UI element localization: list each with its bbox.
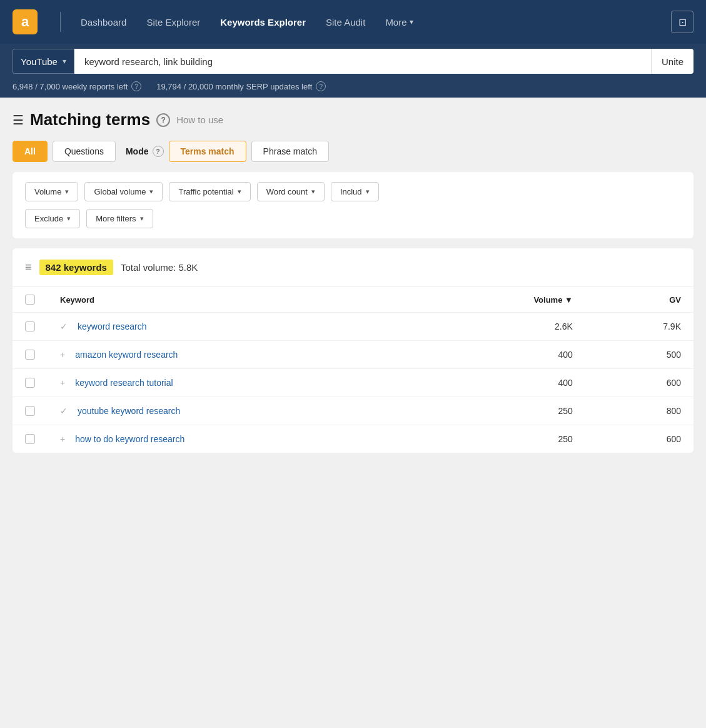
monthly-serp-text: 19,794 / 20,000 monthly SERP updates lef… [156,82,312,91]
tab-phrase-match[interactable]: Phrase match [251,141,329,162]
page-title-row: ☰ Matching terms ? How to use [13,110,693,129]
td-gv-2: 500 [585,341,693,369]
keyword-link-2[interactable]: amazon keyword research [75,350,178,360]
total-volume: Total volume: 5.8K [121,262,198,273]
table-row: ✓ youtube keyword research 250 800 [13,397,693,425]
td-gv-3: 600 [585,369,693,397]
page-help-icon[interactable]: ? [156,113,170,127]
tab-all[interactable]: All [13,141,48,162]
tab-questions[interactable]: Questions [53,141,116,162]
filter-include[interactable]: Includ [331,182,379,201]
keywords-table: Keyword Volume ▼ GV [13,287,693,453]
td-volume-2: 400 [424,341,585,369]
nav-link-more[interactable]: More [375,12,423,33]
td-keyword-3: + keyword research tutorial [48,369,424,397]
results-header: ≡ 842 keywords Total volume: 5.8K [13,248,693,287]
country-label: Unite [662,56,683,67]
row-checkbox-1[interactable] [25,321,35,331]
weekly-help-icon[interactable]: ? [131,81,141,91]
td-checkbox-5 [13,425,48,453]
row-checkbox-5[interactable] [25,434,35,444]
row-checkbox-2[interactable] [25,350,35,360]
td-checkbox-3 [13,369,48,397]
td-checkbox-1 [13,313,48,341]
table-header-row: Keyword Volume ▼ GV [13,287,693,313]
keyword-link-4[interactable]: youtube keyword research [78,406,180,416]
td-keyword-5: + how to do keyword research [48,425,424,453]
select-all-checkbox[interactable] [25,295,35,305]
keyword-link-5[interactable]: how to do keyword research [75,434,184,444]
top-navigation: a Dashboard Site Explorer Keywords Explo… [0,0,706,44]
nav-link-dashboard[interactable]: Dashboard [71,12,136,33]
th-checkbox [13,287,48,313]
table-row: + how to do keyword research 250 600 [13,425,693,453]
main-content: ☰ Matching terms ? How to use All Questi… [0,98,706,465]
td-volume-5: 250 [424,425,585,453]
logo[interactable]: a [13,9,38,34]
page-title: Matching terms [30,110,150,129]
keyword-link-3[interactable]: keyword research tutorial [75,378,173,388]
results-section: ≡ 842 keywords Total volume: 5.8K Keywor… [13,248,693,453]
stats-row: 6,948 / 7,000 weekly reports left ? 19,7… [0,79,706,98]
filter-word-count[interactable]: Word count [257,182,325,201]
table-row: ✓ keyword research 2.6K 7.9K [13,313,693,341]
th-keyword-label: Keyword [60,295,94,305]
th-volume-label: Volume ▼ [533,295,572,305]
source-select[interactable]: YouTube [13,49,74,74]
search-input[interactable] [74,49,651,74]
table-row: + amazon keyword research 400 500 [13,341,693,369]
row-icon-check-1: ✓ [60,321,68,331]
nav-link-site-audit[interactable]: Site Audit [316,12,375,33]
mode-help-icon[interactable]: ? [153,146,164,157]
td-keyword-4: ✓ youtube keyword research [48,397,424,425]
td-gv-1: 7.9K [585,313,693,341]
row-icon-plus-2: + [60,350,65,360]
td-volume-1: 2.6K [424,313,585,341]
nav-window-icon[interactable]: ⊡ [671,11,693,33]
filter-row-1: Volume Global volume Traffic potential W… [25,182,681,201]
row-checkbox-4[interactable] [25,406,35,416]
th-gv-label: GV [669,295,681,305]
td-keyword-2: + amazon keyword research [48,341,424,369]
filter-volume[interactable]: Volume [25,182,78,201]
hamburger-icon[interactable]: ☰ [13,113,24,128]
th-gv: GV [585,287,693,313]
td-volume-4: 250 [424,397,585,425]
filter-traffic-potential[interactable]: Traffic potential [169,182,250,201]
nav-divider [60,12,61,32]
results-menu-icon[interactable]: ≡ [25,261,32,274]
row-icon-check-4: ✓ [60,406,68,416]
td-gv-4: 800 [585,397,693,425]
weekly-reports-stat: 6,948 / 7,000 weekly reports left ? [13,81,141,91]
row-icon-plus-5: + [60,434,65,444]
search-bar-row: YouTube Unite [0,44,706,79]
monthly-serp-stat: 19,794 / 20,000 monthly SERP updates lef… [156,81,326,91]
td-gv-5: 600 [585,425,693,453]
th-keyword: Keyword [48,287,424,313]
mode-label: Mode ? [126,146,164,157]
keywords-badge: 842 keywords [39,260,113,275]
td-checkbox-2 [13,341,48,369]
filter-more-filters[interactable]: More filters [86,209,153,228]
filter-tabs-row: All Questions Mode ? Terms match Phrase … [13,141,693,162]
filter-row-2: Exclude More filters [25,209,681,228]
row-checkbox-3[interactable] [25,378,35,388]
filter-exclude[interactable]: Exclude [25,209,80,228]
td-checkbox-4 [13,397,48,425]
td-volume-3: 400 [424,369,585,397]
filter-global-volume[interactable]: Global volume [84,182,163,201]
nav-links: Dashboard Site Explorer Keywords Explore… [71,12,671,33]
nav-link-keywords-explorer[interactable]: Keywords Explorer [210,12,316,33]
keyword-link-1[interactable]: keyword research [78,321,147,331]
window-icon: ⊡ [678,16,687,28]
table-row: + keyword research tutorial 400 600 [13,369,693,397]
how-to-use-link[interactable]: How to use [176,114,223,125]
td-keyword-1: ✓ keyword research [48,313,424,341]
monthly-help-icon[interactable]: ? [316,81,326,91]
tab-terms-match[interactable]: Terms match [169,141,246,162]
filter-dropdowns-section: Volume Global volume Traffic potential W… [13,172,693,238]
th-volume[interactable]: Volume ▼ [424,287,585,313]
country-selector[interactable]: Unite [651,49,693,74]
row-icon-plus-3: + [60,378,65,388]
nav-link-site-explorer[interactable]: Site Explorer [136,12,210,33]
